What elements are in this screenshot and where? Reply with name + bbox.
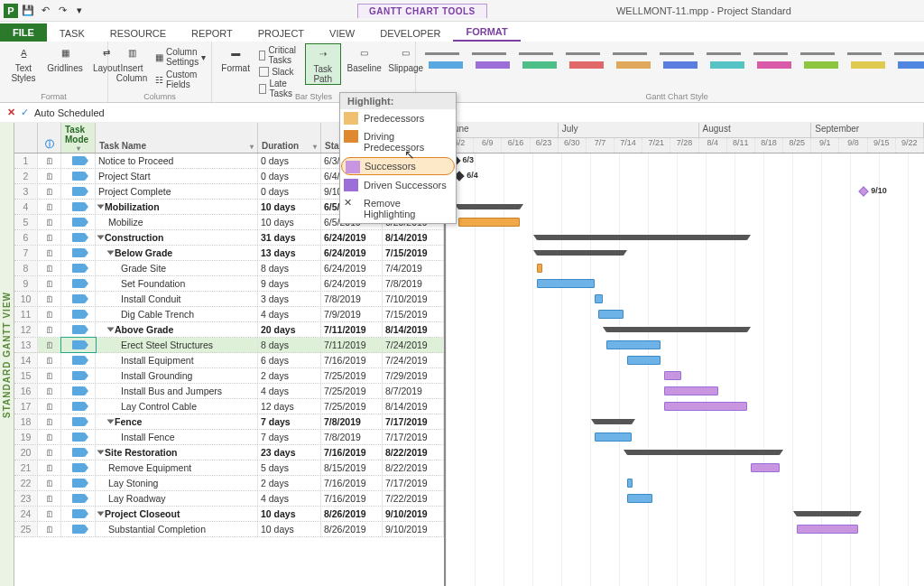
task-name-cell[interactable]: Notice to Proceed — [96, 153, 258, 168]
row-number[interactable]: 9 — [14, 276, 38, 291]
finish-cell[interactable]: 7/29/2019 — [383, 368, 444, 383]
task-mode-cell[interactable] — [61, 507, 96, 521]
menu-remove-highlight[interactable]: ✕Remove Highlighting — [340, 194, 456, 223]
gantt-style-swatch[interactable] — [468, 49, 510, 74]
task-name-cell[interactable]: Project Closeout — [96, 507, 258, 521]
gantt-bar[interactable] — [751, 463, 780, 472]
duration-cell[interactable]: 0 days — [258, 153, 321, 168]
start-cell[interactable]: 7/25/2019 — [321, 384, 383, 398]
duration-cell[interactable]: 7 days — [258, 430, 321, 444]
finish-cell[interactable]: 8/7/2019 — [383, 384, 444, 398]
table-row[interactable]: 18🗓Fence7 days7/8/20197/17/2019 — [14, 414, 444, 430]
finish-cell[interactable]: 7/24/2019 — [383, 353, 444, 367]
gantt-bar[interactable] — [458, 204, 521, 209]
menu-predecessors[interactable]: Predecessors — [340, 109, 456, 127]
accept-icon[interactable]: ✓ — [21, 107, 29, 118]
gantt-style-swatch[interactable] — [609, 49, 651, 74]
tab-developer[interactable]: DEVELOPER — [367, 25, 453, 42]
duration-cell[interactable]: 12 days — [258, 399, 321, 414]
gantt-style-swatch[interactable] — [656, 49, 698, 74]
gantt-style-swatch[interactable] — [515, 49, 557, 74]
collapse-icon[interactable] — [107, 251, 115, 256]
row-number[interactable]: 23 — [14, 491, 38, 506]
duration-cell[interactable]: 20 days — [258, 322, 321, 337]
gantt-bar[interactable] — [797, 525, 859, 534]
duration-cell[interactable]: 10 days — [258, 522, 321, 536]
task-mode-cell[interactable] — [61, 384, 96, 398]
task-name-cell[interactable]: Below Grade — [96, 246, 258, 260]
gantt-style-swatch[interactable] — [421, 49, 463, 74]
duration-cell[interactable]: 2 days — [258, 368, 321, 383]
gantt-bar[interactable] — [664, 386, 717, 395]
task-name-cell[interactable]: Grade Site — [96, 261, 258, 275]
task-name-cell[interactable]: Install Equipment — [96, 353, 258, 367]
task-name-cell[interactable]: Dig Cable Trench — [96, 307, 258, 321]
task-mode-cell[interactable] — [61, 276, 96, 291]
finish-cell[interactable]: 7/24/2019 — [383, 338, 444, 352]
table-row[interactable]: 24🗓Project Closeout10 days8/26/20199/10/… — [14, 507, 444, 522]
start-cell[interactable]: 6/24/2019 — [321, 261, 383, 275]
col-task-mode[interactable]: Task Mode▾ — [61, 123, 96, 153]
collapse-icon[interactable] — [97, 236, 105, 240]
duration-cell[interactable]: 0 days — [258, 169, 321, 183]
task-name-cell[interactable]: Install Grounding — [96, 368, 258, 383]
duration-cell[interactable]: 5 days — [258, 460, 321, 475]
insert-column-button[interactable]: ▥Insert Column — [114, 43, 150, 83]
start-cell[interactable]: 6/24/2019 — [321, 276, 383, 291]
duration-cell[interactable]: 23 days — [258, 445, 321, 460]
duration-cell[interactable]: 0 days — [258, 184, 321, 199]
row-number[interactable]: 21 — [14, 460, 38, 475]
table-row[interactable]: 20🗓Site Restoration23 days7/16/20198/22/… — [14, 445, 444, 460]
task-name-cell[interactable]: Install Conduit — [96, 292, 258, 306]
row-number[interactable]: 6 — [14, 230, 38, 245]
tab-format[interactable]: FORMAT — [453, 23, 520, 42]
duration-cell[interactable]: 8 days — [258, 338, 321, 352]
row-number[interactable]: 17 — [14, 399, 38, 414]
finish-cell[interactable]: 7/4/2019 — [383, 261, 444, 275]
table-row[interactable]: 13🗓Erect Steel Structures8 days7/11/2019… — [14, 338, 444, 353]
duration-cell[interactable]: 7 days — [258, 414, 321, 429]
finish-cell[interactable]: 8/22/2019 — [383, 445, 444, 460]
start-cell[interactable]: 7/16/2019 — [321, 353, 383, 367]
start-cell[interactable]: 8/26/2019 — [321, 507, 383, 521]
finish-cell[interactable]: 7/10/2019 — [383, 292, 444, 306]
undo-icon[interactable]: ↶ — [38, 4, 52, 18]
task-name-cell[interactable]: Construction — [96, 230, 258, 245]
duration-cell[interactable]: 4 days — [258, 307, 321, 321]
task-mode-cell[interactable] — [61, 522, 96, 536]
milestone-icon[interactable] — [858, 186, 868, 196]
gantt-chart[interactable]: JuneJulyAugustSeptember 6/26/96/166/236/… — [446, 123, 924, 586]
row-number[interactable]: 7 — [14, 246, 38, 260]
finish-cell[interactable]: 7/15/2019 — [383, 307, 444, 321]
task-name-cell[interactable]: Remove Equipment — [96, 460, 258, 475]
table-row[interactable]: 16🗓Install Bus and Jumpers4 days7/25/201… — [14, 384, 444, 399]
task-name-cell[interactable]: Install Fence — [96, 430, 258, 444]
task-name-cell[interactable]: Lay Control Cable — [96, 399, 258, 414]
redo-icon[interactable]: ↷ — [55, 4, 69, 18]
duration-cell[interactable]: 10 days — [258, 215, 321, 229]
task-name-cell[interactable]: Substantial Completion — [96, 522, 258, 536]
task-mode-cell[interactable] — [61, 292, 96, 306]
task-mode-cell[interactable] — [61, 414, 96, 429]
start-cell[interactable]: 8/26/2019 — [321, 522, 383, 536]
row-number[interactable]: 10 — [14, 292, 38, 306]
start-cell[interactable]: 7/8/2019 — [321, 414, 383, 429]
row-number[interactable]: 18 — [14, 414, 38, 429]
row-number[interactable]: 1 — [14, 153, 38, 168]
row-number[interactable]: 22 — [14, 476, 38, 490]
collapse-icon[interactable] — [97, 205, 105, 209]
duration-cell[interactable]: 10 days — [258, 200, 321, 214]
start-cell[interactable]: 6/24/2019 — [321, 230, 383, 245]
row-number[interactable]: 5 — [14, 215, 38, 229]
gantt-bar[interactable] — [664, 402, 746, 411]
finish-cell[interactable]: 8/14/2019 — [383, 399, 444, 414]
task-name-cell[interactable]: Fence — [96, 414, 258, 429]
table-row[interactable]: 23🗓Lay Roadway4 days7/16/20197/22/2019 — [14, 491, 444, 507]
task-name-cell[interactable]: Lay Roadway — [96, 491, 258, 506]
start-cell[interactable]: 7/16/2019 — [321, 491, 383, 506]
table-row[interactable]: 21🗓Remove Equipment5 days8/15/20198/22/2… — [14, 460, 444, 476]
gantt-bar[interactable] — [595, 294, 603, 303]
tab-report[interactable]: REPORT — [179, 25, 245, 42]
finish-cell[interactable]: 8/14/2019 — [383, 322, 444, 337]
row-number[interactable]: 3 — [14, 184, 38, 199]
